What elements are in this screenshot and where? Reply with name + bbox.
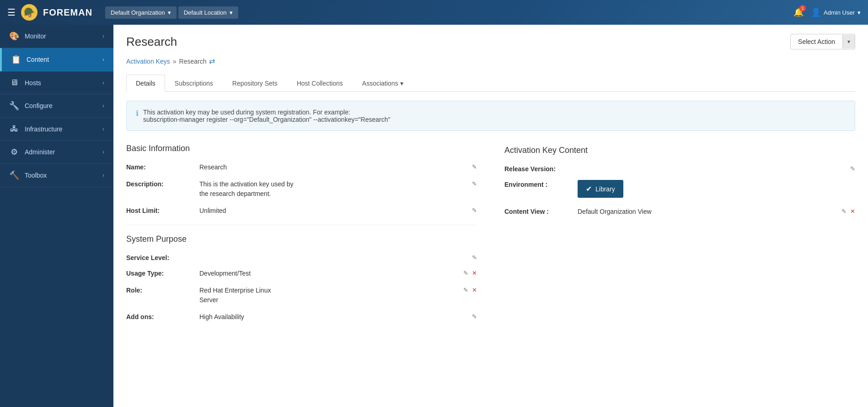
breadcrumb: Activation Keys » Research ⇄ <box>126 57 855 65</box>
sidebar-label-content: Content <box>27 56 49 63</box>
location-chevron-icon: ▾ <box>230 9 233 16</box>
sidebar-item-hosts[interactable]: 🖥 Hosts › <box>0 71 113 94</box>
org-chevron-icon: ▾ <box>168 9 171 16</box>
user-chevron-icon: ▾ <box>857 9 861 16</box>
service-level-edit-icon[interactable]: ✎ <box>472 254 477 261</box>
location-dropdown[interactable]: Default Location ▾ <box>178 6 238 19</box>
description-edit-icon[interactable]: ✎ <box>472 180 477 187</box>
description-label: Description: <box>126 179 199 188</box>
description-value: This is the activation key used bythe re… <box>199 179 468 199</box>
select-action-chevron-icon: ▾ <box>847 38 850 45</box>
field-row-role: Role: Red Hat Enterprise LinuxServer ✎ ✕ <box>126 286 477 305</box>
sidebar-item-monitor[interactable]: 🎨 Monitor › <box>0 25 113 48</box>
sidebar-item-infrastructure[interactable]: 🖧 Infrastructure › <box>0 118 113 141</box>
basic-information-section: Basic Information Name: Research ✎ Descr… <box>126 144 477 216</box>
sidebar-label-configure: Configure <box>25 102 53 109</box>
role-value: Red Hat Enterprise LinuxServer <box>199 286 460 305</box>
hamburger-icon[interactable]: ☰ <box>7 7 16 18</box>
content-view-edit-icon[interactable]: ✎ <box>841 208 847 215</box>
select-action-main[interactable]: Select Action <box>791 34 842 49</box>
tab-associations[interactable]: Associations ▾ <box>353 75 413 92</box>
usage-type-edit-icon[interactable]: ✎ <box>463 270 468 277</box>
role-edit-icon[interactable]: ✎ <box>463 287 468 293</box>
breadcrumb-current: Research <box>179 58 207 65</box>
field-row-environment: Environment : ✔ Library <box>504 180 855 198</box>
toolbox-icon: 🔨 <box>9 170 19 180</box>
configure-chevron-icon: › <box>102 103 104 109</box>
usage-type-label: Usage Type: <box>126 269 199 277</box>
monitor-chevron-icon: › <box>102 33 104 39</box>
add-ons-value-container: High Availability ✎ <box>199 312 477 322</box>
tab-details[interactable]: Details <box>126 75 165 92</box>
content-view-delete-icon[interactable]: ✕ <box>850 208 855 215</box>
administer-chevron-icon: › <box>102 149 104 155</box>
field-row-release-version: Release Version: ✎ <box>504 164 855 173</box>
main-content: Research Select Action ▾ Activation Keys… <box>113 25 868 407</box>
breadcrumb-activation-keys-link[interactable]: Activation Keys <box>126 58 170 65</box>
usage-type-delete-icon[interactable]: ✕ <box>472 270 477 277</box>
page-header: Research Select Action ▾ <box>126 34 855 49</box>
info-icon: ℹ <box>136 109 139 118</box>
release-version-value-container: ✎ <box>578 164 855 172</box>
field-row-host-limit: Host Limit: Unlimited ✎ <box>126 206 477 216</box>
host-limit-edit-icon[interactable]: ✎ <box>472 207 477 214</box>
brand-name: FOREMAN <box>43 7 92 18</box>
top-nav: ☰ 🪖 FOREMAN Default Organization ▾ Defau… <box>0 0 868 25</box>
field-row-content-view: Content View : Default Organization View… <box>504 207 855 217</box>
name-label: Name: <box>126 163 199 171</box>
administer-icon: ⚙ <box>9 147 19 157</box>
tab-repository-sets[interactable]: Repository Sets <box>223 75 287 92</box>
role-delete-icon[interactable]: ✕ <box>472 287 477 293</box>
environment-label: Environment : <box>504 180 578 188</box>
basic-info-title: Basic Information <box>126 144 477 153</box>
content-chevron-icon: › <box>102 56 104 63</box>
tab-host-collections[interactable]: Host Collections <box>287 75 353 92</box>
add-ons-label: Add ons: <box>126 312 199 320</box>
role-label: Role: <box>126 286 199 294</box>
infrastructure-chevron-icon: › <box>102 126 104 132</box>
select-action-button[interactable]: Select Action ▾ <box>790 34 855 49</box>
sidebar-item-administer[interactable]: ⚙ Administer › <box>0 141 113 164</box>
user-menu-button[interactable]: 👤 Admin User ▾ <box>811 7 861 17</box>
content-view-value: Default Organization View <box>578 207 838 217</box>
sync-icon[interactable]: ⇄ <box>209 57 215 65</box>
field-row-description: Description: This is the activation key … <box>126 179 477 199</box>
field-row-usage-type: Usage Type: Development/Test ✎ ✕ <box>126 269 477 278</box>
page-title: Research <box>126 35 177 49</box>
environment-library-button[interactable]: ✔ Library <box>578 180 623 198</box>
configure-icon: 🔧 <box>9 101 19 111</box>
name-edit-icon[interactable]: ✎ <box>472 163 477 170</box>
add-ons-value: High Availability <box>199 312 468 322</box>
add-ons-edit-icon[interactable]: ✎ <box>472 313 477 320</box>
sidebar-item-toolbox[interactable]: 🔨 Toolbox › <box>0 164 113 187</box>
sidebar-item-configure[interactable]: 🔧 Configure › <box>0 94 113 118</box>
infrastructure-icon: 🖧 <box>9 124 19 134</box>
hosts-icon: 🖥 <box>9 78 19 87</box>
sidebar-label-hosts: Hosts <box>25 79 41 87</box>
release-version-edit-icon[interactable]: ✎ <box>850 165 855 172</box>
usage-type-value-container: Development/Test ✎ ✕ <box>199 269 477 278</box>
name-value: Research <box>199 163 468 172</box>
name-value-container: Research ✎ <box>199 163 477 172</box>
sidebar-label-toolbox: Toolbox <box>25 172 47 179</box>
system-purpose-section: System Purpose Service Level: ✎ Usage Ty… <box>126 234 477 322</box>
content-icon: 📋 <box>11 54 21 65</box>
field-row-name: Name: Research ✎ <box>126 163 477 172</box>
sidebar-item-content[interactable]: 📋 Content › <box>0 48 113 71</box>
content-view-value-container: Default Organization View ✎ ✕ <box>578 207 855 217</box>
org-dropdown[interactable]: Default Organization ▾ <box>105 6 177 19</box>
monitor-icon: 🎨 <box>9 31 19 41</box>
service-level-value-container: ✎ <box>199 253 477 261</box>
description-value-container: This is the activation key used bythe re… <box>199 179 477 199</box>
layout: 🎨 Monitor › 📋 Content › 🖥 Hosts › 🔧 Conf… <box>0 25 868 407</box>
role-value-container: Red Hat Enterprise LinuxServer ✎ ✕ <box>199 286 477 305</box>
host-limit-label: Host Limit: <box>126 206 199 214</box>
select-action-dropdown-arrow[interactable]: ▾ <box>842 35 855 49</box>
system-purpose-title: System Purpose <box>126 234 477 244</box>
sidebar-label-infrastructure: Infrastructure <box>25 125 62 133</box>
field-row-service-level: Service Level: ✎ <box>126 253 477 261</box>
host-limit-value: Unlimited <box>199 206 468 216</box>
tab-subscriptions[interactable]: Subscriptions <box>165 75 223 92</box>
breadcrumb-separator: » <box>173 58 177 65</box>
sidebar-label-monitor: Monitor <box>25 33 46 40</box>
